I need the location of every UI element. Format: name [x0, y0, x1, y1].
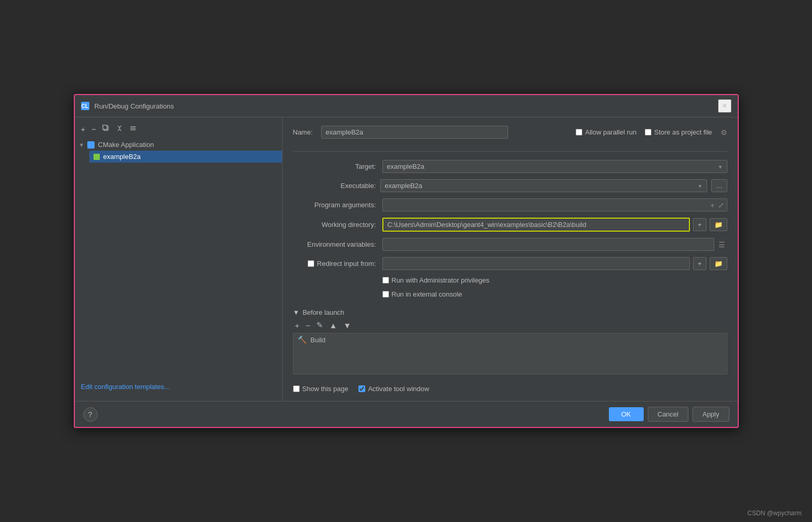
- activate-tool-window-checkbox[interactable]: [358, 385, 365, 392]
- before-launch-item-build: 🔨 Build: [298, 336, 723, 344]
- run-admin-label[interactable]: Run with Administrator privileges: [382, 276, 490, 284]
- before-launch-label: Before launch: [302, 309, 344, 316]
- add-config-button[interactable]: +: [79, 124, 88, 135]
- before-launch-toolbar: + − ✎ ▲ ▼: [293, 319, 727, 331]
- redirect-add-button[interactable]: +: [693, 257, 707, 270]
- apply-button[interactable]: Apply: [693, 407, 729, 422]
- cancel-button[interactable]: Cancel: [648, 407, 688, 422]
- bottom-checkboxes: Show this page Activate tool window: [293, 385, 727, 393]
- store-as-project-checkbox[interactable]: [645, 129, 651, 136]
- target-select[interactable]: exampleB2a: [382, 160, 727, 173]
- dialog-icon: CL: [81, 102, 89, 110]
- sort-config-button[interactable]: [127, 124, 139, 135]
- env-vars-row: Environment variables: ☰: [293, 238, 727, 251]
- env-vars-input[interactable]: [382, 238, 714, 251]
- tree-group-cmake[interactable]: ▼ CMake Application: [75, 139, 282, 151]
- before-launch-expand: ▼: [293, 309, 300, 316]
- redirect-input-checkbox-label[interactable]: Redirect input from:: [293, 260, 376, 267]
- program-args-row: Program arguments: + ⤢: [293, 198, 727, 211]
- working-dir-row: Working directory: + 📁: [293, 218, 727, 232]
- before-launch-list: 🔨 Build: [293, 333, 727, 374]
- redirect-browse-button[interactable]: 📁: [710, 257, 727, 270]
- build-label: Build: [311, 336, 326, 344]
- run-admin-row: Run with Administrator privileges: [293, 276, 727, 284]
- ok-button[interactable]: OK: [609, 407, 644, 421]
- cmake-group-label: CMake Application: [98, 141, 154, 149]
- redirect-input-row: Redirect input from: + 📁: [293, 257, 727, 270]
- tree-children: exampleB2a: [75, 151, 282, 163]
- left-panel: + − ▼ CMake Application: [75, 117, 283, 401]
- before-launch-add-button[interactable]: +: [293, 319, 302, 331]
- env-vars-label: Environment variables:: [293, 240, 376, 248]
- activate-tool-window-label[interactable]: Activate tool window: [358, 385, 429, 393]
- redirect-input-field[interactable]: [382, 257, 690, 270]
- env-vars-edit-button[interactable]: ☰: [716, 239, 727, 250]
- redirect-input-checkbox[interactable]: [308, 260, 314, 267]
- executable-browse-button[interactable]: …: [711, 179, 727, 192]
- before-launch-remove-button[interactable]: −: [303, 319, 312, 331]
- executable-row: Executable: exampleB2a …: [293, 179, 727, 192]
- executable-select[interactable]: exampleB2a: [380, 179, 707, 192]
- dialog-body: + − ▼ CMake Application: [75, 117, 738, 401]
- working-dir-add-button[interactable]: +: [693, 218, 707, 231]
- program-args-input[interactable]: [382, 198, 727, 211]
- copy-config-button[interactable]: [100, 124, 112, 135]
- before-launch-section: ▼ Before launch + − ✎ ▲ ▼ 🔨 Build: [293, 309, 727, 374]
- name-label: Name:: [293, 128, 313, 136]
- close-button[interactable]: ×: [718, 99, 731, 113]
- store-as-project-label[interactable]: Store as project file: [645, 128, 712, 136]
- run-console-row: Run in external console: [293, 290, 727, 298]
- working-dir-input[interactable]: [382, 218, 690, 232]
- move-config-button[interactable]: [114, 124, 125, 135]
- right-panel: Name: Allow parallel run Store as projec…: [283, 117, 738, 401]
- working-dir-label: Working directory:: [293, 221, 376, 229]
- title-bar: CL Run/Debug Configurations ×: [75, 95, 738, 117]
- header-row: Name: Allow parallel run Store as projec…: [293, 126, 727, 143]
- svg-rect-1: [103, 125, 107, 129]
- name-input[interactable]: [321, 126, 508, 139]
- build-icon: 🔨: [298, 336, 307, 344]
- before-launch-edit-button[interactable]: ✎: [314, 319, 325, 331]
- allow-parallel-label[interactable]: Allow parallel run: [576, 128, 636, 136]
- dialog-title: Run/Debug Configurations: [95, 102, 714, 110]
- checkbox-group: Allow parallel run Store as project file…: [576, 128, 727, 137]
- run-admin-checkbox[interactable]: [382, 277, 389, 284]
- allow-parallel-checkbox[interactable]: [576, 129, 582, 136]
- app-icon: [94, 154, 100, 160]
- left-toolbar: + −: [75, 122, 282, 139]
- executable-label: Executable:: [293, 182, 376, 190]
- expand-icon: ▼: [79, 142, 85, 148]
- before-launch-header: ▼ Before launch: [293, 309, 727, 316]
- working-dir-browse-button[interactable]: 📁: [710, 218, 727, 231]
- edit-templates-link[interactable]: Edit configuration templates...: [81, 383, 170, 391]
- target-row: Target: exampleB2a: [293, 160, 727, 173]
- target-label: Target:: [293, 163, 376, 170]
- show-this-page-label[interactable]: Show this page: [293, 385, 349, 393]
- before-launch-down-button[interactable]: ▼: [341, 319, 353, 331]
- remove-config-button[interactable]: −: [89, 124, 98, 135]
- tree-item-exampleb2a[interactable]: exampleB2a: [89, 151, 282, 163]
- show-this-page-checkbox[interactable]: [293, 385, 300, 392]
- run-debug-dialog: CL Run/Debug Configurations × + −: [74, 94, 739, 428]
- program-args-fullscreen-button[interactable]: ⤢: [716, 200, 726, 210]
- program-args-label: Program arguments:: [293, 201, 376, 209]
- gear-icon[interactable]: ⚙: [721, 128, 727, 137]
- left-bottom: Edit configuration templates...: [75, 163, 282, 397]
- run-console-checkbox[interactable]: [382, 291, 389, 298]
- before-launch-up-button[interactable]: ▲: [327, 319, 339, 331]
- help-button[interactable]: ?: [83, 407, 98, 422]
- run-console-label[interactable]: Run in external console: [382, 290, 462, 298]
- tree-item-label: exampleB2a: [103, 153, 141, 160]
- config-tree: ▼ CMake Application exampleB2a: [75, 139, 282, 163]
- watermark: CSDN @wpycharm: [748, 510, 802, 517]
- cmake-group-icon: [87, 141, 95, 149]
- dialog-footer: ? OK Cancel Apply: [75, 401, 738, 427]
